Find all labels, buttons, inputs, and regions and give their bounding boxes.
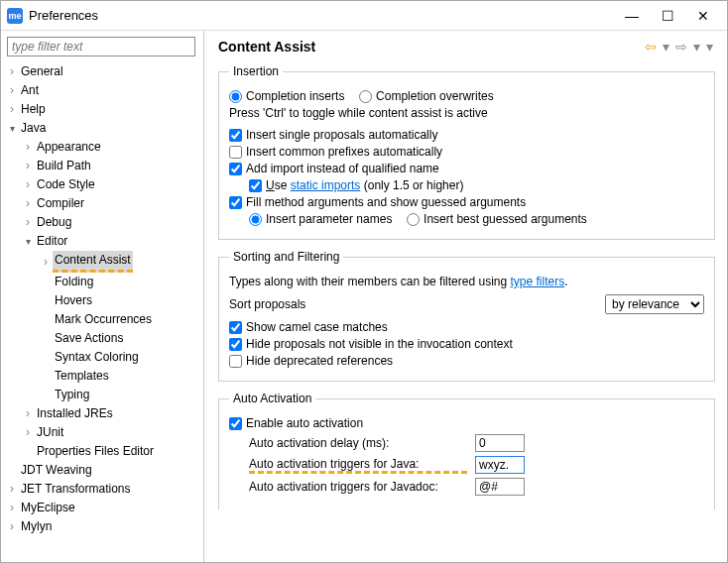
forward-icon[interactable]: ⇨ [673,39,689,55]
insertion-group: Insertion Completion inserts Completion … [218,64,715,240]
types-filtered-line: Types along with their members can be fi… [229,275,704,288]
tree-item-typing[interactable]: Typing [39,386,199,404]
insert-common-label: Insert common prefixes automatically [246,145,442,159]
filter-input[interactable] [7,37,195,56]
completion-inserts-label: Completion inserts [246,89,344,103]
maximize-button[interactable]: ☐ [656,8,679,24]
sorting-legend: Sorting and Filtering [229,250,343,264]
completion-overwrites-label: Completion overwrites [376,89,494,103]
triggers-javadoc-label: Auto activation triggers for Javadoc: [249,480,467,494]
fill-method-label: Fill method arguments and show guessed a… [246,195,526,209]
tree-item-ant[interactable]: Ant [5,81,199,100]
completion-overwrites-radio[interactable] [359,90,372,103]
tree-item-hovers[interactable]: Hovers [39,291,199,310]
tree-item-compiler[interactable]: Compiler [21,194,199,213]
app-icon: me [7,8,23,24]
main-header: Content Assist ⇦▾ ⇨▾ ▾ [218,39,715,55]
preferences-tree-panel: General Ant Help Java Appearance Build P… [1,31,204,562]
tree-item-mylyn[interactable]: Mylyn [5,517,199,536]
tree-item-editor[interactable]: Editor [21,232,199,251]
insert-common-checkbox[interactable] [229,146,242,159]
forward-menu-icon[interactable]: ▾ [691,39,702,55]
tree-item-installed-jres[interactable]: Installed JREs [21,404,199,423]
delay-label: Auto activation delay (ms): [249,436,467,450]
page-title: Content Assist [218,39,643,55]
window-buttons: — ☐ ✕ [620,8,721,24]
view-menu-icon[interactable]: ▾ [704,39,715,55]
tree-item-debug[interactable]: Debug [21,213,199,232]
tree-item-myeclipse[interactable]: MyEclipse [5,499,199,517]
tree-item-save-actions[interactable]: Save Actions [39,329,199,348]
tree-item-properties-files-editor[interactable]: Properties Files Editor [21,442,199,461]
delay-input[interactable] [475,434,525,452]
preferences-tree: General Ant Help Java Appearance Build P… [3,62,199,536]
static-imports-link[interactable]: static imports [291,178,361,192]
insert-param-label: Insert parameter names [266,212,392,226]
tree-item-general[interactable]: General [5,62,199,81]
window-title: Preferences [29,8,620,23]
tree-item-junit[interactable]: JUnit [21,423,199,442]
sort-proposals-select[interactable]: by relevance [605,294,704,314]
enable-auto-label: Enable auto activation [246,416,363,430]
close-button[interactable]: ✕ [691,8,715,24]
back-icon[interactable]: ⇦ [643,39,659,55]
fill-method-checkbox[interactable] [229,196,242,209]
minimize-button[interactable]: — [620,8,644,24]
tree-item-syntax-coloring[interactable]: Syntax Coloring [39,348,199,367]
tree-item-help[interactable]: Help [5,100,199,119]
main-panel: Content Assist ⇦▾ ⇨▾ ▾ Insertion Complet… [204,31,727,562]
content: General Ant Help Java Appearance Build P… [1,31,727,562]
insert-best-label: Insert best guessed arguments [424,212,587,226]
auto-activation-group: Auto Activation Enable auto activation A… [218,392,715,509]
nav-icons: ⇦▾ ⇨▾ ▾ [643,39,715,55]
tree-item-build-path[interactable]: Build Path [21,157,199,175]
hide-deprecated-label: Hide deprecated references [246,354,393,368]
triggers-java-input[interactable] [475,456,525,474]
use-static-imports-label: Use static imports (only 1.5 or higher) [266,178,463,192]
triggers-java-label: Auto activation triggers for Java: [249,457,467,474]
add-import-checkbox[interactable] [229,163,242,175]
tree-item-code-style[interactable]: Code Style [21,175,199,194]
insert-single-label: Insert single proposals automatically [246,128,437,142]
hide-deprecated-checkbox[interactable] [229,355,242,368]
completion-inserts-radio[interactable] [229,90,242,103]
tree-item-folding[interactable]: Folding [39,273,199,291]
tree-item-mark-occurrences[interactable]: Mark Occurrences [39,310,199,329]
enable-auto-checkbox[interactable] [229,417,242,430]
type-filters-link[interactable]: type filters [510,275,564,288]
show-camel-checkbox[interactable] [229,321,242,334]
insertion-legend: Insertion [229,64,283,78]
sort-proposals-label: Sort proposals [229,297,605,311]
titlebar: me Preferences — ☐ ✕ [1,1,727,31]
tree-item-appearance[interactable]: Appearance [21,138,199,157]
add-import-label: Add import instead of qualified name [246,162,439,175]
tree-item-jet-transformations[interactable]: JET Transformations [5,480,199,499]
hide-proposals-checkbox[interactable] [229,338,242,351]
sorting-group: Sorting and Filtering Types along with t… [218,250,715,382]
tree-item-jdt-weaving[interactable]: JDT Weaving [5,461,199,480]
back-menu-icon[interactable]: ▾ [661,39,671,55]
insert-param-radio[interactable] [249,213,262,226]
tree-item-content-assist[interactable]: Content Assist [39,251,199,273]
insert-best-radio[interactable] [407,213,420,226]
press-ctrl-hint: Press 'Ctrl' to toggle while content ass… [229,106,704,120]
hide-proposals-label: Hide proposals not visible in the invoca… [246,337,513,351]
triggers-javadoc-input[interactable] [475,478,525,496]
tree-item-java[interactable]: Java [5,119,199,138]
insert-single-checkbox[interactable] [229,129,242,142]
show-camel-label: Show camel case matches [246,320,388,334]
auto-activation-legend: Auto Activation [229,392,315,405]
use-static-imports-checkbox[interactable] [249,179,262,192]
tree-item-templates[interactable]: Templates [39,367,199,386]
